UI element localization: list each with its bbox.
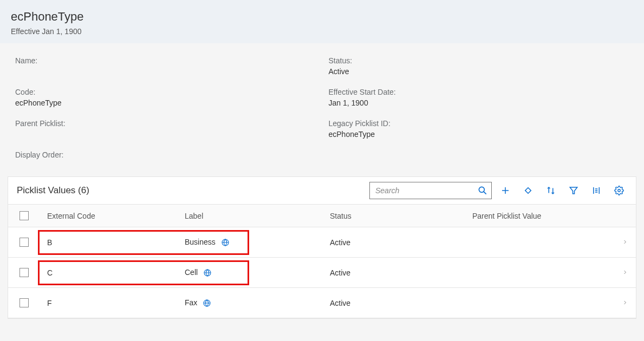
cell-external-code: B (40, 238, 185, 247)
chevron-right-icon[interactable] (614, 268, 636, 277)
rows-container: B Business Active C Cell Active F (8, 227, 636, 318)
field-label: Legacy Picklist ID: (329, 119, 637, 128)
field-code: Code: ecPhoneType (15, 88, 323, 107)
picklist-toolbar (369, 182, 628, 199)
row-checkbox[interactable] (19, 238, 29, 247)
svg-marker-5 (570, 187, 577, 194)
effective-subtitle: Effective Jan 1, 1900 (11, 27, 633, 36)
settings-button[interactable] (610, 182, 628, 199)
table-row[interactable]: C Cell Active (8, 258, 636, 288)
cell-label-text: Fax (185, 298, 197, 307)
col-label[interactable]: Label (185, 212, 330, 220)
row-checkbox[interactable] (19, 268, 29, 277)
globe-icon[interactable] (203, 299, 211, 307)
field-parent-picklist: Parent Picklist: (15, 119, 323, 139)
field-value: Jan 1, 1900 (329, 99, 637, 107)
column-header-row: External Code Label Status Parent Pickli… (8, 205, 636, 227)
cell-label: Fax (185, 298, 330, 307)
sort-button[interactable] (542, 182, 560, 199)
detail-panel: Name: Status: Active Code: ecPhoneType E… (0, 43, 644, 176)
search-icon[interactable] (477, 185, 488, 196)
field-effective-start: Effective Start Date: Jan 1, 1900 (329, 88, 637, 107)
chevron-right-icon[interactable] (614, 299, 636, 307)
picklist-panel: Picklist Values (6) (8, 176, 636, 319)
filter-button[interactable] (564, 182, 583, 199)
select-all-checkbox[interactable] (19, 211, 29, 220)
picklist-title: Picklist Values (6) (17, 185, 89, 196)
field-label: Status: (329, 56, 637, 65)
col-status[interactable]: Status (330, 212, 472, 220)
cell-label-text: Cell (185, 268, 198, 277)
cell-external-code: C (40, 268, 185, 277)
field-label: Name: (15, 56, 323, 65)
search-input[interactable] (370, 182, 491, 199)
cell-label: Cell (185, 268, 330, 277)
page-header: ecPhoneType Effective Jan 1, 1900 (0, 0, 644, 43)
col-external-code[interactable]: External Code (40, 212, 185, 220)
field-label: Effective Start Date: (329, 88, 637, 96)
page-title: ecPhoneType (11, 10, 633, 24)
col-parent[interactable]: Parent Picklist Value (472, 212, 614, 220)
field-display-order: Display Order: (15, 150, 323, 161)
svg-point-9 (618, 189, 621, 192)
table-row[interactable]: F Fax Active (8, 288, 636, 318)
svg-rect-4 (525, 188, 531, 194)
cell-status: Active (330, 299, 472, 307)
field-value: Active (329, 67, 637, 76)
diamond-button[interactable] (519, 182, 537, 199)
svg-point-0 (479, 187, 484, 192)
globe-icon[interactable] (221, 238, 230, 247)
picklist-header: Picklist Values (6) (8, 177, 636, 205)
field-value: ecPhoneType (15, 99, 323, 107)
add-button[interactable] (496, 182, 515, 199)
field-name: Name: (15, 56, 323, 76)
cell-status: Active (330, 268, 472, 277)
cell-label-text: Business (185, 238, 216, 246)
svg-line-1 (484, 192, 486, 194)
details-button[interactable] (587, 182, 606, 199)
field-status: Status: Active (329, 56, 637, 76)
table-row[interactable]: B Business Active (8, 227, 636, 258)
field-value: ecPhoneType (329, 130, 637, 139)
field-label: Display Order: (15, 150, 323, 159)
globe-icon[interactable] (203, 268, 212, 277)
search-box[interactable] (369, 182, 492, 199)
cell-external-code: F (40, 299, 185, 307)
cell-label: Business (185, 238, 330, 247)
field-legacy-picklist: Legacy Picklist ID: ecPhoneType (329, 119, 637, 139)
cell-status: Active (330, 238, 472, 247)
chevron-right-icon[interactable] (614, 238, 636, 247)
field-label: Parent Picklist: (15, 119, 323, 128)
field-label: Code: (15, 88, 323, 96)
row-checkbox[interactable] (19, 298, 29, 307)
